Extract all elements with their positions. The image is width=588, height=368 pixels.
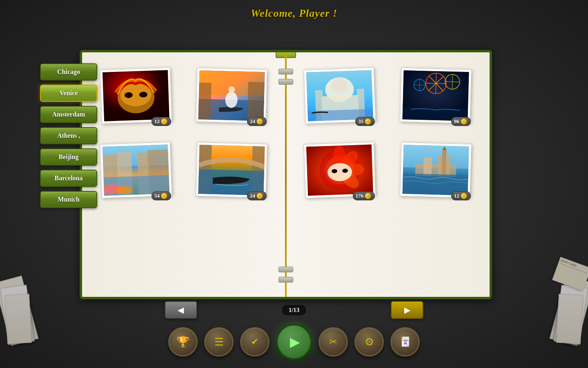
- photo-image-6: [402, 70, 469, 121]
- sidebar-item-chicago[interactable]: Chicago: [40, 63, 97, 81]
- photo-image-4: [198, 145, 265, 195]
- photo-badge-8: 12 +: [451, 191, 471, 200]
- photo-image-3: [102, 144, 169, 196]
- photo-badge-1: 12 +: [151, 117, 171, 126]
- binding-clip-mid1: [278, 79, 293, 85]
- checkmark-icon: ✔: [251, 337, 258, 347]
- card-icon: 🃏: [400, 337, 411, 347]
- photo-frame-3: [100, 142, 172, 198]
- photo-badge-4: 24 +: [247, 191, 267, 200]
- photo-image-7: [306, 144, 373, 196]
- svg-rect-8: [198, 83, 211, 120]
- coin-icon-3: +: [161, 193, 167, 199]
- photo-frame-5: [304, 67, 376, 124]
- welcome-header: Welcome, Player !: [0, 7, 588, 20]
- list-icon: ☰: [214, 336, 224, 348]
- svg-rect-58: [423, 157, 432, 176]
- nav-next-button[interactable]: ▶: [391, 301, 423, 319]
- photo-image-5: [306, 70, 373, 121]
- page-indicator: 1/13: [282, 305, 306, 315]
- binding-clip-bot2: [278, 277, 293, 283]
- scissors-button[interactable]: ✂: [318, 327, 348, 357]
- settings-button[interactable]: ⚙: [354, 327, 384, 357]
- trophy-icon: 🏆: [176, 336, 189, 348]
- list-button[interactable]: ☰: [204, 327, 234, 357]
- photo-item-2[interactable]: 24 +: [196, 69, 267, 123]
- photo-image-8: [402, 145, 469, 195]
- photo-badge-5: 35 +: [355, 117, 375, 126]
- photo-badge-2: 24 +: [247, 117, 267, 126]
- svg-rect-9: [247, 82, 264, 121]
- coin-icon-6: +: [461, 118, 467, 125]
- photo-item-3[interactable]: 54 +: [101, 143, 171, 197]
- photo-item-1[interactable]: 12 +: [101, 69, 171, 123]
- sidebar: Chicago Venice Amsterdam Athens , Beijin…: [40, 63, 97, 208]
- photo-item-7[interactable]: 176 +: [305, 143, 375, 197]
- prev-arrow-icon: ◀: [178, 305, 184, 315]
- checkmark-button[interactable]: ✔: [240, 327, 270, 357]
- right-photo-grid: 35 +: [294, 61, 481, 205]
- photo-frame-1: [100, 67, 172, 124]
- photo-item-5[interactable]: 35 +: [305, 69, 375, 123]
- coin-icon-8: +: [461, 193, 467, 199]
- next-arrow-icon: ▶: [404, 305, 410, 315]
- nav-prev-button[interactable]: ◀: [165, 301, 197, 319]
- coin-icon-2: +: [256, 118, 263, 125]
- right-page: 35 +: [286, 52, 490, 297]
- sidebar-item-beijing[interactable]: Beijing: [40, 148, 97, 166]
- sidebar-item-barcelona[interactable]: Barcelona: [40, 170, 97, 187]
- book-divider: [285, 52, 287, 297]
- sidebar-item-amsterdam[interactable]: Amsterdam: [40, 106, 97, 123]
- coin-icon-5: +: [365, 118, 371, 125]
- coin-icon-4: +: [256, 193, 263, 199]
- play-icon: ▶: [290, 334, 300, 350]
- gear-icon: ⚙: [365, 336, 374, 348]
- photo-badge-3: 54 +: [151, 191, 171, 200]
- coin-icon-1: +: [161, 118, 167, 125]
- photo-item-8[interactable]: 12 +: [401, 143, 471, 197]
- photo-item-6[interactable]: 96 +: [401, 69, 471, 123]
- photo-frame-6: [400, 68, 471, 123]
- photo-frame-2: [196, 68, 267, 123]
- photo-item-4[interactable]: 24 +: [196, 143, 267, 197]
- photo-image-1: [102, 70, 169, 121]
- card-button[interactable]: 🃏: [390, 327, 420, 357]
- play-button[interactable]: ▶: [276, 324, 312, 360]
- photo-image-2: [198, 70, 265, 121]
- trophy-button[interactable]: 🏆: [168, 327, 198, 357]
- photo-badge-7: 176 +: [353, 191, 375, 200]
- photo-frame-8: [400, 142, 471, 198]
- coin-icon-7: +: [365, 193, 371, 199]
- sidebar-item-venice[interactable]: Venice: [40, 85, 97, 102]
- binding-clip-top: [278, 69, 293, 74]
- svg-rect-60: [441, 150, 446, 176]
- photo-frame-7: [304, 142, 376, 198]
- left-page: 12 +: [82, 52, 286, 297]
- binding-clip-bot1: [278, 267, 293, 272]
- photo-badge-6: 96 +: [451, 117, 471, 126]
- book: 12 +: [80, 50, 492, 299]
- left-photo-grid: 12 +: [90, 61, 277, 205]
- photo-frame-4: [196, 142, 267, 198]
- scissors-icon: ✂: [329, 336, 337, 348]
- sidebar-item-munich[interactable]: Munich: [40, 191, 97, 208]
- toolbar: 🏆 ☰ ✔ ▶ ✂ ⚙ 🃏: [0, 324, 588, 360]
- sidebar-item-athens[interactable]: Athens ,: [40, 127, 97, 144]
